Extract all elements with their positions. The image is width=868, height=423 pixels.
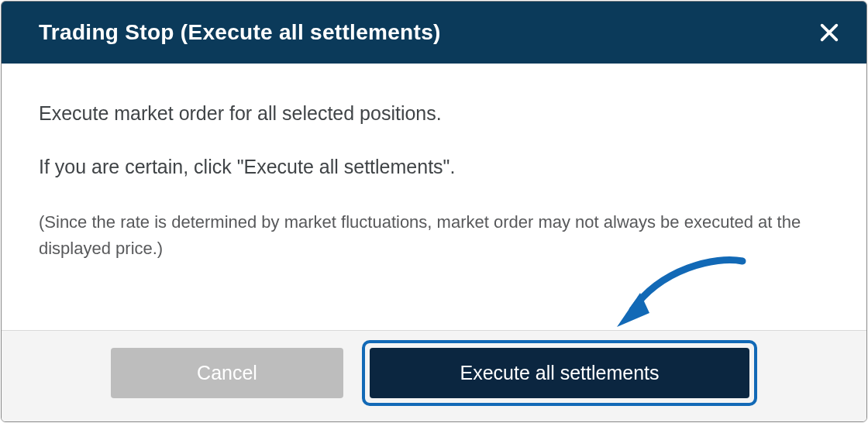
cancel-button[interactable]: Cancel	[111, 348, 343, 398]
close-icon	[818, 22, 840, 43]
confirm-button-highlight: Execute all settlements	[362, 340, 757, 406]
dialog-title: Trading Stop (Execute all settlements)	[39, 20, 441, 45]
execute-all-settlements-button[interactable]: Execute all settlements	[370, 348, 749, 398]
body-disclaimer: (Since the rate is determined by market …	[39, 209, 829, 262]
close-button[interactable]	[815, 19, 843, 46]
dialog-body: Execute market order for all selected po…	[2, 64, 866, 330]
trading-stop-dialog: Trading Stop (Execute all settlements) E…	[1, 1, 867, 422]
dialog-footer: Cancel Execute all settlements	[2, 330, 866, 421]
body-instruction-1: Execute market order for all selected po…	[39, 102, 829, 125]
dialog-header: Trading Stop (Execute all settlements)	[2, 2, 866, 64]
body-instruction-2: If you are certain, click "Execute all s…	[39, 156, 829, 178]
